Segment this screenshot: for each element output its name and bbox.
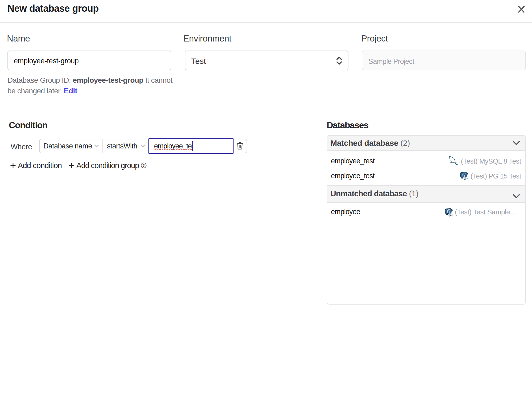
svg-text:?: ? [143,163,145,168]
